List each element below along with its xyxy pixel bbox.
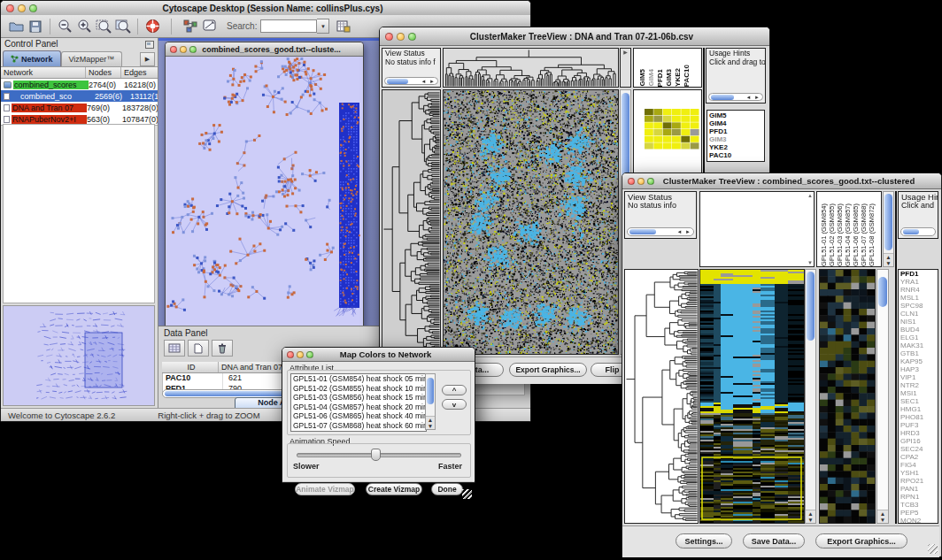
speed-slider-thumb[interactable] (371, 449, 381, 461)
correlation-matrix-canvas[interactable] (645, 109, 699, 150)
gene-label[interactable]: GPI16 (900, 437, 938, 445)
float-panel-icon[interactable] (145, 36, 154, 52)
gene-label[interactable]: PAC10 (709, 151, 764, 159)
annotation-icon[interactable] (201, 18, 219, 35)
animate-vizmap-button[interactable]: Animate Vizmap (295, 483, 355, 495)
gene-label[interactable]: PEP5 (900, 509, 938, 517)
minimize-button[interactable] (637, 178, 645, 185)
tv1-hints-hscrollbar[interactable]: ◄ ► (708, 93, 763, 101)
import-table-icon[interactable] (335, 18, 352, 35)
resize-grip[interactable] (462, 489, 472, 499)
gene-label[interactable]: SPC98 (900, 302, 938, 310)
zoom-button[interactable] (29, 4, 37, 12)
scrollbar-thumb[interactable] (807, 272, 815, 341)
close-button[interactable] (287, 351, 294, 358)
gene-label[interactable]: CLN1 (900, 310, 938, 318)
zoom-button[interactable] (306, 351, 313, 358)
attribute-item[interactable]: GPL51-03 (GSM856) heat shock 15 min (291, 393, 426, 403)
gene-label[interactable]: NIS1 (900, 318, 938, 326)
delete-attribute-trash-icon[interactable] (212, 340, 233, 357)
scrollbar-thumb[interactable] (903, 229, 919, 234)
scroll-right-icon[interactable]: ► (685, 229, 691, 234)
main-title-bar[interactable]: Cytoscape Desktop (Session Name: collins… (1, 1, 530, 16)
new-attribute-icon[interactable] (188, 340, 209, 357)
close-button[interactable] (385, 33, 393, 41)
gene-label[interactable]: YRA1 (900, 278, 938, 286)
search-input[interactable] (260, 19, 317, 33)
attribute-list-vscrollbar[interactable]: ▲▼ (425, 373, 436, 430)
attribute-item[interactable]: GPL51-06 (GSM865) heat shock 40 min (291, 411, 426, 421)
scroll-down-icon[interactable]: ▼ (807, 517, 813, 523)
scroll-up-icon[interactable]: ▲ (885, 254, 891, 260)
network-settings-icon[interactable] (181, 18, 199, 35)
gene-label[interactable]: HAP3 (900, 365, 938, 373)
network-view-window[interactable]: combined_scores_good.txt--cluste... (165, 42, 364, 330)
gene-label[interactable]: MSI1 (900, 389, 938, 397)
network-overview-panel[interactable] (3, 305, 155, 406)
tv1-row-dendrogram-panel[interactable] (382, 89, 441, 355)
zoom-selected-icon[interactable] (114, 18, 132, 35)
scroll-down-icon[interactable]: ▼ (428, 423, 433, 429)
resize-grip[interactable] (928, 544, 938, 554)
search-dropdown-button[interactable]: ▼ (317, 19, 329, 34)
zoom-heatmap-canvas[interactable] (820, 270, 875, 523)
scrollbar-thumb[interactable] (427, 378, 434, 404)
gene-label[interactable]: KAP95 (900, 357, 938, 365)
gene-label[interactable]: HMG1 (900, 405, 938, 413)
gene-label[interactable]: RPN1 (900, 493, 938, 501)
zoom-button[interactable] (647, 178, 654, 185)
column-dendrogram-canvas[interactable] (444, 49, 618, 87)
attribute-item[interactable]: GPL51-01 (GSM854) heat shock 05 min (291, 374, 426, 384)
export-graphics-button[interactable]: Export Graphics... (815, 533, 907, 548)
scroll-down-icon[interactable]: ▼ (885, 260, 891, 266)
tv2-row-dendrogram-panel[interactable] (624, 269, 699, 524)
close-button[interactable] (170, 46, 177, 53)
tv2-column-tree-panel[interactable]: ▲ ▼ (699, 191, 815, 267)
scroll-right-icon[interactable]: ► (754, 95, 761, 100)
tab-overflow-button[interactable]: ▶ (140, 52, 155, 66)
gene-label[interactable]: CPA2 (900, 453, 938, 461)
minimize-button[interactable] (180, 46, 187, 53)
done-button[interactable]: Done (431, 483, 463, 495)
birdseye-overview-canvas[interactable] (4, 306, 154, 405)
save-icon[interactable] (27, 18, 44, 35)
heatmap-canvas[interactable] (700, 270, 804, 523)
tv2-heatmap-panel[interactable] (699, 269, 805, 524)
gene-label[interactable]: SEC24 (900, 445, 938, 453)
gene-label[interactable]: BUD4 (900, 326, 938, 334)
tab-vizmapper[interactable]: VizMapper™ (61, 51, 123, 66)
scrollbar-thumb[interactable] (711, 95, 734, 100)
help-lifering-icon[interactable] (143, 18, 161, 35)
expand-icon[interactable]: ▶ (623, 50, 628, 55)
scroll-up-icon[interactable]: ▲ (428, 417, 433, 423)
attribute-item[interactable]: GPL51-02 (GSM855) heat shock 10 min (291, 384, 426, 394)
scroll-left-icon[interactable]: ◄ (676, 229, 683, 234)
gene-label[interactable]: PHO81 (900, 413, 938, 421)
tab-network[interactable]: Network (3, 50, 61, 66)
scroll-down-icon[interactable]: ▼ (880, 517, 885, 523)
network-table-row[interactable]: combined_sco 2569(6) 13112(15) (1, 90, 158, 102)
scroll-up-icon[interactable]: ▲ (807, 193, 813, 198)
tv2-zoom-heatmap-panel[interactable] (819, 269, 876, 524)
minimize-button[interactable] (18, 4, 26, 12)
zoom-button[interactable] (408, 33, 416, 41)
gene-label[interactable]: GIM4 (709, 119, 764, 127)
gene-label[interactable]: GTB1 (900, 349, 938, 357)
gene-label[interactable]: YSH1 (900, 469, 938, 477)
gene-label[interactable]: YKE2 (709, 143, 764, 151)
close-button[interactable] (6, 4, 14, 12)
treeview2-title-bar[interactable]: ClusterMaker TreeView : combined_scores_… (622, 173, 941, 189)
gene-label[interactable]: GIM3 (709, 135, 764, 143)
zoom-in-icon[interactable] (75, 18, 93, 35)
gene-label[interactable]: SEC1 (900, 397, 938, 405)
gene-label[interactable]: TCB3 (900, 501, 938, 509)
treeview1-title-bar[interactable]: ClusterMaker TreeView : DNA and Tran 07-… (380, 27, 769, 46)
create-vizmap-button[interactable]: Create Vizmap (366, 483, 422, 495)
scroll-up-icon[interactable]: ▲ (807, 510, 813, 517)
scrollbar-thumb[interactable] (387, 79, 408, 84)
attribute-item[interactable]: GPL51-07 (GSM868) heat shock 60 min (291, 421, 426, 431)
tv1-column-dendrogram-panel[interactable] (443, 48, 619, 88)
gene-label[interactable]: RPO21 (900, 477, 938, 485)
network-table-row[interactable]: combined_scores 2764(0) 16218(0) (1, 79, 158, 90)
gene-label[interactable]: MSL1 (900, 294, 938, 302)
